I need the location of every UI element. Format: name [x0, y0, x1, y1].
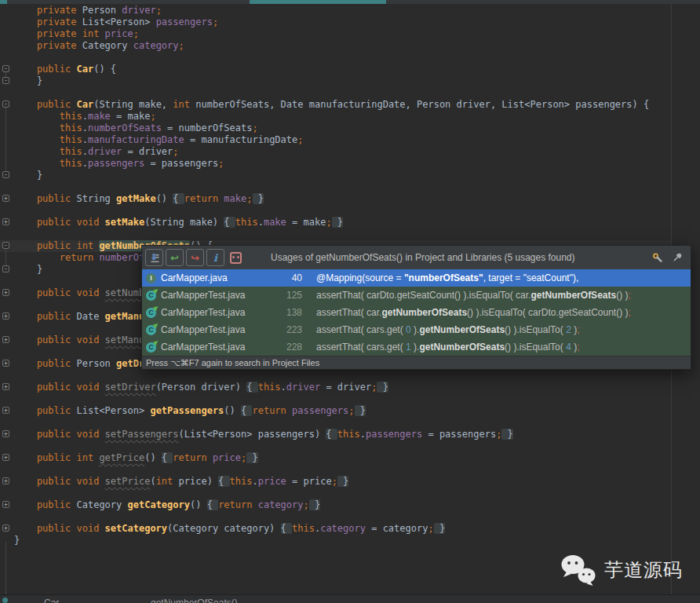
fold-expand-marker[interactable]: +	[2, 477, 9, 484]
code-line[interactable]	[14, 488, 649, 499]
fold-collapse-marker[interactable]: -	[2, 65, 9, 72]
code-line[interactable]: }	[14, 535, 649, 546]
code-line[interactable]: private int price;	[14, 28, 649, 40]
code-line[interactable]: public void setPrice(int price) { this.p…	[14, 476, 649, 488]
usage-line-number: 228	[279, 342, 302, 353]
usage-file-name: CarMapperTest.java	[161, 324, 279, 335]
fold-expand-marker[interactable]: +	[2, 218, 9, 225]
code-line[interactable]	[14, 464, 649, 476]
code-line[interactable]: public int getPrice() { return price; }	[14, 452, 649, 464]
usage-code-preview: assertThat( carDto.getSeatCount() ).isEq…	[316, 290, 691, 301]
code-line[interactable]: private List<Person> passengers;	[14, 16, 649, 28]
code-line[interactable]	[14, 370, 649, 382]
code-line[interactable]: public List<Person> getPassengers() { re…	[14, 405, 649, 417]
code-line[interactable]: public void setCategory(Category categor…	[14, 523, 649, 535]
fold-collapse-marker[interactable]: -	[2, 77, 9, 84]
usage-code-preview: @Mapping(source = "numberOfSeats", targe…	[316, 272, 691, 283]
usages-popup-footer: Press ⌥⌘F7 again to search in Project Fi…	[142, 356, 691, 369]
code-line[interactable]	[14, 87, 649, 99]
fold-expand-marker[interactable]: +	[2, 195, 9, 202]
fold-expand-marker[interactable]: +	[2, 289, 9, 296]
show-in-find-window-icon	[149, 252, 160, 263]
code-line[interactable]	[14, 393, 649, 405]
usage-code-preview: assertThat( cars.get( 1 ).getNumberOfSea…	[316, 342, 691, 353]
usage-row[interactable]: CCarMapperTest.java125assertThat( carDto…	[142, 287, 691, 304]
previous-occurrence-button[interactable]: ↩	[166, 249, 184, 266]
next-occurrence-icon: ↪	[191, 253, 199, 263]
interface-icon: I	[146, 273, 156, 283]
usage-file-name: CarMapperTest.java	[161, 307, 279, 318]
test-class-icon: C	[146, 291, 156, 301]
breadcrumb-class[interactable]: Car	[44, 598, 59, 603]
usage-file-name: CarMapperTest.java	[161, 342, 279, 353]
tab-underline	[250, 0, 386, 4]
usages-list: ICarMapper.java40@Mapping(source = "numb…	[142, 269, 691, 356]
usage-line-number: 125	[279, 290, 302, 301]
fold-connector-line	[5, 249, 6, 265]
code-line[interactable]: public void setDriver(Person driver) { t…	[14, 382, 649, 393]
breadcrumb-method[interactable]: getNumberOfSeats()	[151, 598, 238, 603]
plugin-settings-icon[interactable]	[230, 252, 242, 264]
code-line[interactable]	[14, 52, 649, 64]
code-line[interactable]	[14, 181, 649, 193]
fold-expand-marker[interactable]: +	[2, 407, 9, 414]
usage-file-name: CarMapperTest.java	[161, 290, 279, 301]
settings-wrench-icon[interactable]	[651, 252, 663, 263]
breadcrumb-separator-icon: →	[102, 598, 111, 603]
usage-row[interactable]: CCarMapperTest.java223assertThat( cars.g…	[142, 321, 691, 338]
code-line[interactable]: }	[14, 75, 649, 87]
code-line[interactable]: public String getMake() { return make; }	[14, 193, 649, 205]
code-line[interactable]	[14, 417, 649, 429]
usage-row[interactable]: ICarMapper.java40@Mapping(source = "numb…	[142, 269, 691, 287]
fold-expand-marker[interactable]: +	[2, 430, 9, 437]
usage-row[interactable]: CCarMapperTest.java138assertThat( car.ge…	[142, 304, 691, 321]
fold-expand-marker[interactable]: +	[2, 360, 9, 367]
show-in-find-window-button[interactable]	[145, 249, 163, 266]
fold-expand-marker[interactable]: +	[2, 336, 9, 343]
watermark-label: 芋道源码	[604, 557, 683, 583]
fold-expand-marker[interactable]: +	[2, 383, 9, 390]
fold-connector-line	[5, 108, 6, 171]
code-line[interactable]: public void setMake(String make) { this.…	[14, 217, 649, 228]
tab-underline-left	[0, 0, 7, 4]
fold-collapse-marker[interactable]: -	[2, 100, 9, 108]
code-line[interactable]	[14, 228, 649, 240]
code-line[interactable]: this.passengers = passengers;	[14, 158, 649, 170]
code-line[interactable]: }	[14, 170, 649, 181]
code-line[interactable]	[14, 205, 649, 217]
fold-expand-marker[interactable]: +	[2, 454, 9, 461]
code-line[interactable]: private Category category;	[14, 40, 649, 52]
next-occurrence-button[interactable]: ↪	[186, 249, 204, 266]
usages-popup-title: Usages of getNumberOfSeats() in Project …	[271, 246, 575, 269]
usages-popup: ↩ ↪ i Usages of getNumberOfSeats() in Pr…	[141, 245, 691, 370]
test-class-icon: C	[146, 325, 156, 335]
code-line[interactable]	[14, 440, 649, 452]
fold-collapse-marker[interactable]: -	[2, 171, 9, 178]
code-line[interactable]: this.driver = driver;	[14, 146, 649, 158]
code-line[interactable]: public Category getCategory() { return c…	[14, 499, 649, 511]
code-line[interactable]: this.manufacturingDate = manufacturingDa…	[14, 134, 649, 146]
fold-connector-line	[5, 542, 6, 594]
code-line[interactable]: this.numberOfSeats = numberOfSeats;	[14, 122, 649, 134]
fold-expand-marker[interactable]: +	[2, 524, 9, 532]
breadcrumb-bar: Car → getNumberOfSeats()	[0, 594, 700, 603]
usages-popup-toolbar: ↩ ↪ i Usages of getNumberOfSeats() in Pr…	[142, 246, 691, 269]
info-icon: i	[213, 253, 217, 263]
test-class-icon: C	[146, 308, 156, 318]
usage-line-number: 138	[279, 307, 302, 318]
code-line[interactable]: public void setPassengers(List<Person> p…	[14, 429, 649, 440]
info-button[interactable]: i	[206, 249, 224, 266]
editor-gutter: ----++--+++++++++++	[0, 0, 14, 594]
fold-expand-marker[interactable]: +	[2, 312, 9, 320]
fold-collapse-marker[interactable]: -	[2, 242, 9, 249]
code-line[interactable]: this.make = make;	[14, 111, 649, 122]
code-line[interactable]: public Car(String make, int numberOfSeat…	[14, 99, 649, 111]
fold-expand-marker[interactable]: +	[2, 501, 9, 508]
code-line[interactable]: private Person driver;	[14, 5, 649, 16]
usage-code-preview: assertThat( car.getNumberOfSeats() ).isE…	[316, 307, 691, 318]
fold-collapse-marker[interactable]: -	[2, 265, 9, 272]
code-line[interactable]	[14, 511, 649, 523]
pin-icon[interactable]	[672, 252, 683, 263]
code-line[interactable]: public Car() {	[14, 64, 649, 75]
usage-row[interactable]: CCarMapperTest.java228assertThat( cars.g…	[142, 338, 691, 356]
